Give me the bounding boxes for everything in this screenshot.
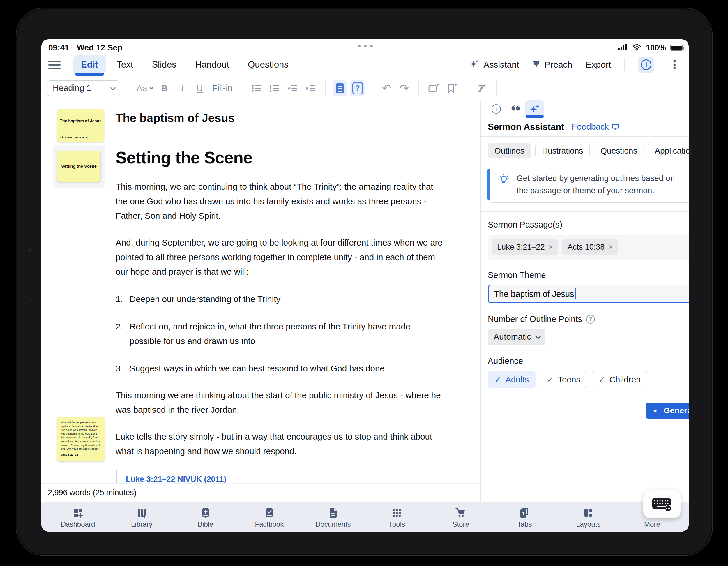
audience-children[interactable]: ✓ Children <box>592 371 647 388</box>
undo-button[interactable]: ↶ <box>379 80 394 96</box>
check-icon: ✓ <box>598 375 605 385</box>
paragraph-style-select[interactable]: Heading 1 <box>47 80 120 96</box>
tab-handout[interactable]: Handout <box>188 55 237 74</box>
dock-bible[interactable]: Bible <box>174 502 237 532</box>
status-bar: 09:41 Wed 12 Sep 100% <box>41 39 689 53</box>
passage-chip[interactable]: Acts 10:38 × <box>562 239 618 255</box>
question-mark-icon: ? <box>352 82 363 94</box>
add-slide-icon[interactable] <box>426 80 441 96</box>
sparkle-icon <box>652 407 660 415</box>
keyboard-dismiss-button[interactable] <box>643 490 681 518</box>
passages-label: Sermon Passage(s) <box>488 220 689 229</box>
tools-grid-icon <box>391 507 403 519</box>
tab-illustrations[interactable]: Illustrations <box>535 143 590 158</box>
passages-input[interactable]: Luke 3:21–22 × Acts 10:38 × <box>488 235 689 260</box>
dock-store[interactable]: Store <box>429 502 493 532</box>
redo-button[interactable]: ↷ <box>397 80 411 96</box>
paragraph[interactable]: Luke tells the story simply - but in a w… <box>116 429 444 459</box>
dock-library[interactable]: Library <box>110 502 174 532</box>
indent-icon[interactable] <box>303 80 318 96</box>
bold-button[interactable]: B <box>158 80 172 96</box>
add-bookmark-icon[interactable] <box>444 80 460 96</box>
theme-label: Sermon Theme <box>488 270 689 280</box>
theme-input[interactable]: The baptism of Jesus <box>488 285 689 303</box>
scripture-reference-link[interactable]: Luke 3:21–22 NIVUK (2011) <box>126 475 437 484</box>
redo-icon: ↷ <box>400 83 409 94</box>
pulpit-icon <box>532 59 540 70</box>
dock-dashboard[interactable]: Dashboard <box>46 502 110 532</box>
tab-outlines[interactable]: Outlines <box>488 143 531 158</box>
tab-edit[interactable]: Edit <box>73 55 106 74</box>
bullet-list-icon[interactable] <box>249 80 264 96</box>
assistant-content-tabs: Outlines Illustrations Questions Applica… <box>488 143 689 158</box>
app-screen: 09:41 Wed 12 Sep 100% <box>41 39 689 532</box>
dock-factbook[interactable]: Factbook <box>237 502 301 532</box>
document-info-button[interactable]: i <box>638 56 654 73</box>
paragraph[interactable]: And, during September, we are going to b… <box>116 235 444 279</box>
assistant-button[interactable]: Assistant <box>470 59 519 71</box>
outline-points-select[interactable]: Automatic <box>488 329 545 345</box>
keyboard-icon <box>651 496 672 512</box>
remove-chip-icon[interactable]: × <box>609 243 613 251</box>
ipad-frame: 09:41 Wed 12 Sep 100% <box>16 8 713 556</box>
help-icon[interactable]: ? <box>586 315 595 324</box>
preach-button[interactable]: Preach <box>532 59 572 70</box>
list-item[interactable]: 1. Deepen our understanding of the Trini… <box>116 292 444 307</box>
lightbulb-icon <box>497 174 510 187</box>
cellular-icon <box>618 43 628 52</box>
paragraph[interactable]: This morning, we are continuing to think… <box>116 179 444 223</box>
panel-quotes-tab[interactable] <box>506 100 525 117</box>
audience-teens[interactable]: ✓ Teens <box>540 371 587 388</box>
more-menu-icon[interactable]: ⋮ <box>668 59 681 70</box>
tab-applications[interactable]: Applications <box>648 143 689 158</box>
underline-button[interactable]: U <box>192 80 207 96</box>
tab-questions[interactable]: Questions <box>594 143 644 158</box>
slide-thumbnail-3[interactable]: When all the people were being baptised,… <box>57 417 105 461</box>
top-navigation: Edit Text Slides Handout Questions Assis… <box>41 53 689 76</box>
dock-layouts[interactable]: Layouts <box>556 502 620 532</box>
dock-documents[interactable]: Documents <box>301 502 365 532</box>
quote-icon <box>510 105 521 113</box>
generate-button[interactable]: Generate <box>646 403 689 419</box>
multitask-handle[interactable] <box>358 45 373 47</box>
questions-toggle-button[interactable]: ? <box>350 80 365 96</box>
sermon-title[interactable]: The baptism of Jesus <box>116 112 445 125</box>
remove-chip-icon[interactable]: × <box>549 243 553 251</box>
document-icon <box>327 507 339 519</box>
info-icon: i <box>492 104 501 114</box>
dock-tools[interactable]: Tools <box>365 502 429 532</box>
clear-formatting-icon[interactable] <box>474 80 490 96</box>
dock-tabs[interactable]: 1 Tabs <box>493 502 556 532</box>
fill-in-button[interactable]: Fill-in <box>210 80 235 96</box>
panel-info-tab[interactable]: i <box>487 100 506 117</box>
numbered-list-icon[interactable] <box>267 80 282 96</box>
paragraph[interactable]: This morning we are thinking about the s… <box>116 388 444 417</box>
tab-questions[interactable]: Questions <box>240 55 296 74</box>
italic-button[interactable]: I <box>175 80 190 96</box>
passage-chip[interactable]: Luke 3:21–22 × <box>492 239 558 255</box>
font-size-button[interactable]: Aa <box>134 80 155 96</box>
panel-title: Sermon Assistant <box>488 122 564 132</box>
list-item[interactable]: 3. Suggest ways in which we can best res… <box>116 361 444 376</box>
slide-view-button[interactable] <box>333 80 347 96</box>
sparkle-icon <box>529 104 540 114</box>
panel-assistant-tab[interactable] <box>525 100 544 117</box>
tab-slides[interactable]: Slides <box>144 55 184 74</box>
feedback-link[interactable]: Feedback <box>572 122 619 132</box>
audience-adults[interactable]: ✓ Adults <box>488 371 536 388</box>
sermon-editor[interactable]: The baptism of Jesus Lk 3:21–22; Acts 10… <box>41 100 480 502</box>
export-button[interactable]: Export <box>586 60 611 70</box>
clock: 09:41 <box>48 43 69 52</box>
slide-thumbnail-1[interactable]: The baptism of Jesus Lk 3:21–22; Acts 10… <box>57 109 104 142</box>
chevron-down-icon <box>110 85 116 90</box>
outdent-icon[interactable] <box>285 80 300 96</box>
check-icon: ✓ <box>494 375 501 385</box>
tab-text[interactable]: Text <box>109 55 141 74</box>
section-heading[interactable]: Setting the Scene <box>116 148 445 167</box>
cart-icon <box>455 507 467 519</box>
list-item[interactable]: 2. Reflect on, and rejoice in, what the … <box>116 319 444 349</box>
menu-icon[interactable] <box>48 59 61 71</box>
slide-thumbnail-2-selected[interactable]: Setting the Scene <box>53 145 105 188</box>
app-dock: Dashboard Library Bible <box>41 502 689 532</box>
audience-label: Audience <box>488 356 689 366</box>
